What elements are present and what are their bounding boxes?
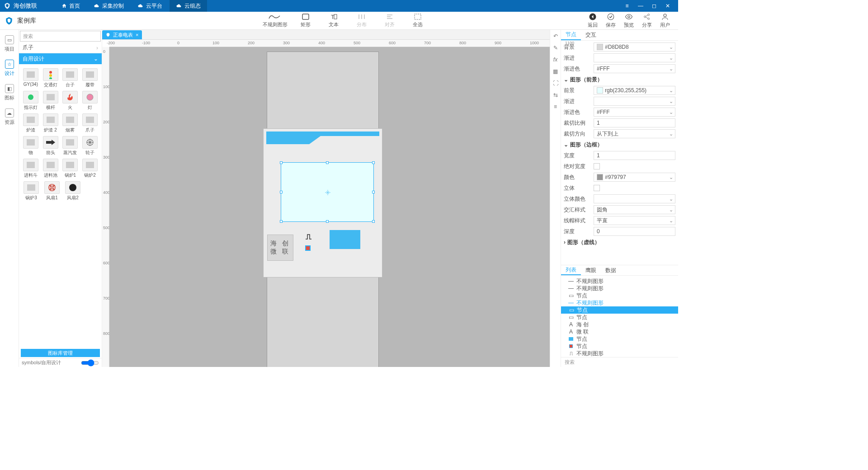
nav-scada[interactable]: 云组态	[170, 0, 207, 12]
library-crumb[interactable]: 爪子›	[19, 42, 102, 53]
tree-item[interactable]: ▭节点	[561, 314, 678, 321]
library-section-header[interactable]: 自用设计⌄	[19, 53, 102, 64]
library-item[interactable]: 交通灯	[42, 68, 60, 88]
prop-value[interactable]	[594, 53, 675, 62]
prop-value[interactable]	[594, 194, 675, 203]
share-button[interactable]: 分享	[642, 13, 652, 28]
pen-icon[interactable]: ✎	[552, 44, 559, 52]
library-item[interactable]: 履带	[81, 68, 99, 88]
tree-item[interactable]: —不规则图形	[561, 299, 678, 306]
library-manage-button[interactable]: 图标库管理	[21, 349, 100, 357]
tree-item[interactable]: A海 创	[561, 321, 678, 328]
library-item[interactable]: 锅炉3	[22, 181, 41, 201]
library-item[interactable]: 进料斗	[22, 159, 40, 179]
group-header[interactable]: ⌄ 图形（前景）	[564, 74, 675, 85]
rail-project[interactable]: ▭项目	[5, 35, 14, 52]
library-item[interactable]: 锅炉1	[61, 159, 80, 179]
rail-resource[interactable]: ☁资源	[5, 108, 14, 126]
tree-item[interactable]: ▭节点	[561, 306, 678, 314]
library-item[interactable]: 灯	[81, 91, 99, 111]
tree-item[interactable]: —不规则图形	[561, 277, 678, 285]
prop-value[interactable]: rgb(230,255,255)	[594, 86, 675, 95]
fullscreen-icon[interactable]: ⛶	[552, 80, 559, 87]
rail-icons[interactable]: ◧图标	[5, 84, 14, 101]
nav-home[interactable]: 首页	[55, 0, 86, 12]
library-item[interactable]: 爪子	[81, 113, 99, 133]
zoom-slider[interactable]	[81, 359, 99, 367]
tree-item[interactable]: ⎍不规则图形	[561, 350, 678, 357]
tool-selectall[interactable]: 全选	[408, 13, 428, 28]
library-item[interactable]: 箭头	[42, 136, 60, 156]
maximize-button[interactable]: ◻	[647, 0, 661, 12]
prop-value[interactable]: 1	[594, 151, 675, 160]
prop-row: 渐进	[564, 96, 675, 107]
tree-item[interactable]: ▭节点	[561, 292, 678, 299]
undo-icon[interactable]: ↶	[552, 33, 559, 40]
prop-value[interactable]: 圆角	[594, 205, 675, 214]
prop-value[interactable]: 从下到上	[594, 129, 675, 138]
tree-item[interactable]: A微 联	[561, 328, 678, 335]
library-item[interactable]: 风扇2	[63, 181, 82, 201]
tree-item[interactable]: 节点	[561, 343, 678, 350]
checkbox[interactable]	[594, 185, 600, 191]
library-item[interactable]: 风扇1	[42, 181, 61, 201]
group-header[interactable]: ⌄ 图形（边框）	[564, 139, 675, 150]
back-button[interactable]: 返回	[588, 13, 598, 28]
prop-value[interactable]: #979797	[594, 173, 675, 182]
btab-data[interactable]: 数据	[601, 265, 621, 275]
prop-value[interactable]: 0	[594, 227, 675, 236]
grid-icon[interactable]: ▦	[552, 68, 559, 75]
library-item[interactable]: 炉渣	[22, 113, 40, 133]
library-item[interactable]: 蒸汽发	[61, 136, 80, 156]
props-tab-interact[interactable]: 交互	[581, 30, 601, 40]
prop-value[interactable]	[594, 97, 675, 106]
prop-value[interactable]: 1	[594, 118, 675, 127]
menu-button[interactable]: ≡	[620, 0, 634, 12]
minimize-button[interactable]: —	[634, 0, 647, 12]
props-tab-node[interactable]: 节点	[561, 30, 581, 40]
tool-rect[interactable]: 矩形	[296, 13, 316, 28]
library-item[interactable]: 进料池	[42, 159, 60, 179]
tool-text[interactable]: T文本	[324, 13, 344, 28]
user-button[interactable]: 用户	[660, 13, 670, 28]
tree-item[interactable]: —不规则图形	[561, 285, 678, 292]
canvas-stage[interactable]: 海 创微 联	[109, 47, 550, 367]
tool-freeform[interactable]: 不规则图形	[263, 13, 288, 28]
library-search[interactable]: 搜索	[20, 31, 101, 42]
close-button[interactable]: ✕	[661, 0, 675, 12]
save-button[interactable]: 保存	[606, 13, 616, 28]
tab-close-icon[interactable]: ×	[136, 32, 138, 38]
device-panel[interactable]: 海 创微 联	[263, 128, 382, 277]
library-item[interactable]: 火	[61, 91, 80, 111]
library-item[interactable]: 台子	[61, 68, 80, 88]
library-item[interactable]: GY(34)	[22, 68, 40, 88]
library-item[interactable]: 烟雾	[61, 113, 80, 133]
library-item[interactable]: 炉渣 2	[42, 113, 60, 133]
fx-icon[interactable]: fx	[552, 56, 559, 63]
library-item[interactable]: 物	[22, 136, 40, 156]
library-item[interactable]: 指示灯	[22, 91, 40, 111]
align-v-icon[interactable]: ≡	[552, 103, 559, 110]
preview-button[interactable]: 预览	[624, 13, 634, 28]
props-search[interactable]: 搜索	[561, 357, 678, 367]
selected-rect[interactable]	[281, 162, 374, 222]
ruler-vertical: 0100200300400500600700800	[102, 47, 109, 367]
right-tool-rail: ↶ ✎ fx ▦ ⛶ ⇆ ≡	[550, 30, 561, 367]
library-item[interactable]: 轮子	[81, 136, 99, 156]
group-header[interactable]: › 图形（虚线）	[564, 237, 675, 248]
rail-design[interactable]: ☆设计	[5, 60, 14, 77]
btab-eagle[interactable]: 鹰眼	[581, 265, 601, 275]
align-h-icon[interactable]: ⇆	[552, 91, 559, 99]
prop-value[interactable]: #D8D8D8	[594, 42, 675, 52]
nav-cloud[interactable]: 云平台	[131, 0, 169, 12]
library-item[interactable]: 锅炉2	[81, 159, 99, 179]
checkbox[interactable]	[594, 163, 600, 169]
nav-collect[interactable]: 采集控制	[87, 0, 130, 12]
prop-value[interactable]: 平直	[594, 216, 675, 225]
library-item[interactable]: 横杆	[42, 91, 60, 111]
btab-list[interactable]: 列表	[561, 265, 581, 275]
tree-item[interactable]: 节点	[561, 335, 678, 343]
prop-value[interactable]: #FFF	[594, 108, 675, 117]
canvas-tab-active[interactable]: 正泰电表 ×	[102, 30, 142, 39]
prop-value[interactable]: #FFF	[594, 64, 675, 73]
